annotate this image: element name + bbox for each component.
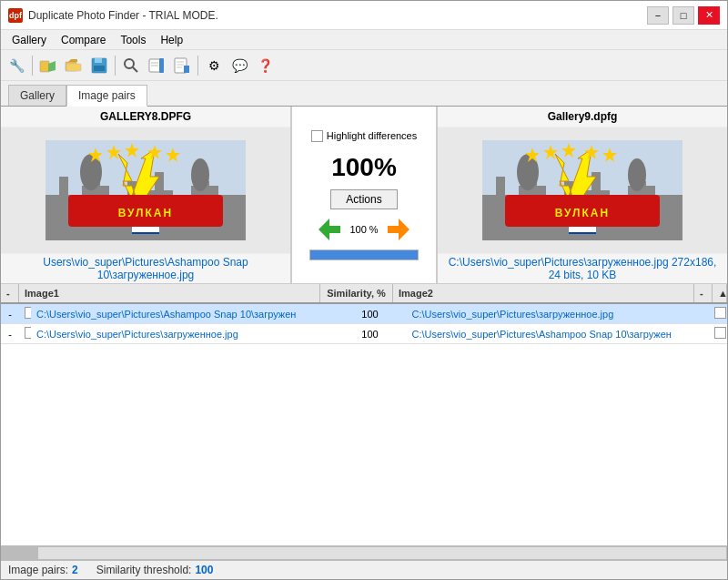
col-header-image2[interactable]: Image2 [393, 284, 694, 302]
menu-help[interactable]: Help [153, 32, 190, 48]
svg-rect-13 [159, 58, 164, 73]
add-folder-button[interactable] [36, 54, 60, 77]
row2-check2[interactable] [709, 324, 727, 343]
right-image-display: ВУЛКАН [438, 127, 727, 253]
menu-bar: Gallery Compare Tools Help [1, 30, 727, 50]
right-panel-footer: C:\Users\vio_super\Pictures\загруженное.… [438, 253, 727, 283]
progress-bar [309, 249, 419, 260]
row2-similarity: 100 [334, 326, 407, 342]
status-bar: Image pairs: 2 Similarity threshold: 100 [1, 560, 727, 579]
actions-button[interactable]: Actions [330, 189, 397, 209]
menu-compare[interactable]: Compare [54, 32, 113, 48]
row1-dash: - [1, 306, 19, 322]
wrench-icon[interactable]: 🔧 [5, 54, 28, 77]
row1-similarity: 100 [334, 306, 407, 322]
tab-gallery[interactable]: Gallery [8, 85, 66, 106]
svg-text:ВУЛКАН: ВУЛКАН [555, 207, 610, 219]
col-header-dash[interactable]: - [1, 284, 19, 302]
svg-rect-7 [94, 66, 105, 71]
window-title: Duplicate Photo Finder - TRIAL MODE. [28, 9, 647, 22]
svg-rect-33 [132, 230, 159, 232]
progress-bar-fill [310, 250, 418, 259]
row1-image1: C:\Users\vio_super\Pictures\Ashampoo Sna… [31, 306, 334, 322]
h-scroll-thumb[interactable] [2, 547, 38, 559]
status-pairs: Image pairs: 2 [8, 564, 78, 576]
maximize-button[interactable]: □ [672, 6, 694, 25]
row2-image1: C:\Users\vio_super\Pictures\загруженное.… [31, 326, 334, 342]
separator-1 [32, 56, 33, 76]
prev-arrow[interactable] [317, 217, 342, 242]
svg-text:ВУЛКАН: ВУЛКАН [118, 207, 173, 219]
open-folder-button[interactable] [62, 54, 86, 77]
separator-2 [115, 56, 116, 76]
close-button[interactable]: ✕ [698, 6, 720, 25]
separator-3 [197, 56, 198, 76]
svg-point-22 [191, 158, 209, 191]
left-vulkan-logo: ВУЛКАН [46, 140, 246, 240]
similarity-percentage: 100% [331, 153, 397, 182]
right-panel-title: Gallery9.dpfg [438, 107, 727, 127]
svg-marker-3 [68, 59, 77, 62]
row2-dash: - [1, 326, 19, 342]
pairs-label: Image pairs: [8, 564, 68, 576]
svg-rect-4 [66, 64, 81, 71]
svg-line-9 [133, 67, 137, 72]
main-content: GALLERY8.DPFG [1, 107, 727, 579]
svg-marker-34 [318, 219, 340, 240]
tab-image-pairs[interactable]: Image pairs [66, 85, 147, 107]
table-header: - Image1 Similarity, % Image2 - ▲ [1, 284, 727, 304]
toolbar: 🔧 ⚙ 💬 ❓ [1, 50, 727, 81]
compare-middle-panel: Highlight differences 100% Actions 100 % [291, 107, 437, 283]
svg-point-39 [628, 158, 646, 191]
main-window: dpf Duplicate Photo Finder - TRIAL MODE.… [0, 0, 728, 580]
horizontal-scrollbar[interactable] [1, 545, 727, 560]
pairs-value: 2 [72, 564, 78, 576]
chat-icon[interactable]: 💬 [228, 54, 251, 77]
image-pairs-table: - Image1 Similarity, % Image2 - ▲ - C:\U… [1, 284, 727, 545]
highlight-checkbox[interactable] [311, 130, 323, 142]
row1-check2[interactable] [709, 304, 727, 323]
col-header-similarity[interactable]: Similarity, % [320, 284, 393, 302]
minimize-button[interactable]: − [647, 6, 669, 25]
highlight-label: Highlight differences [327, 130, 417, 141]
report-button[interactable] [170, 54, 194, 77]
image-compare-area: GALLERY8.DPFG [1, 107, 727, 284]
svg-rect-0 [40, 61, 49, 72]
table-row[interactable]: - C:\Users\vio_super\Pictures\Ashampoo S… [1, 304, 727, 324]
row1-image2: C:\Users\vio_super\Pictures\загруженное.… [407, 306, 710, 322]
settings-icon[interactable]: ⚙ [202, 54, 226, 77]
table-row[interactable]: - C:\Users\vio_super\Pictures\загруженно… [1, 324, 727, 344]
threshold-label: Similarity threshold: [96, 564, 192, 576]
help-icon[interactable]: ❓ [253, 54, 277, 77]
navigation-row: 100 % [317, 217, 410, 242]
next-arrow[interactable] [386, 217, 411, 242]
right-vulkan-logo: ВУЛКАН [482, 140, 682, 240]
svg-rect-50 [569, 230, 596, 232]
threshold-value: 100 [195, 564, 213, 576]
save-button[interactable] [87, 54, 111, 77]
window-controls: − □ ✕ [647, 6, 720, 25]
highlight-row: Highlight differences [311, 130, 417, 142]
svg-marker-18 [184, 66, 189, 73]
row1-check[interactable] [19, 304, 31, 323]
svg-marker-35 [388, 219, 410, 240]
menu-tools[interactable]: Tools [113, 32, 153, 48]
menu-gallery[interactable]: Gallery [5, 32, 54, 48]
nav-percentage: 100 % [349, 224, 378, 235]
title-bar: dpf Duplicate Photo Finder - TRIAL MODE.… [1, 1, 727, 30]
search-button[interactable] [119, 54, 143, 77]
h-scroll-track[interactable] [1, 546, 727, 560]
row2-check[interactable] [19, 324, 31, 343]
col-header-image1[interactable]: Image1 [19, 284, 320, 302]
scan-button[interactable] [145, 54, 168, 77]
svg-point-8 [125, 59, 134, 68]
left-image-panel: GALLERY8.DPFG [1, 107, 291, 283]
app-icon: dpf [8, 8, 23, 23]
col-header-sort[interactable]: ▲ [713, 284, 727, 302]
col-header-dash2[interactable]: - [694, 284, 713, 302]
row2-image2: C:\Users\vio_super\Pictures\Ashampoo Sna… [407, 326, 710, 342]
left-image-display: ВУЛКАН [1, 127, 290, 253]
status-threshold: Similarity threshold: 100 [96, 564, 214, 576]
left-panel-title: GALLERY8.DPFG [1, 107, 290, 127]
tabs-bar: Gallery Image pairs [1, 81, 727, 107]
